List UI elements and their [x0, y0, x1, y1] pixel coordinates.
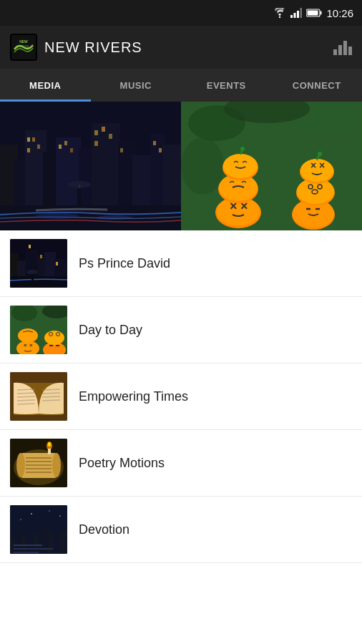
svg-point-114: [16, 453, 25, 477]
media-item-title-2: Day to Day: [79, 323, 142, 338]
svg-point-140: [59, 515, 61, 517]
svg-text:×: ×: [29, 342, 33, 348]
svg-point-48: [181, 137, 224, 195]
svg-rect-7: [321, 11, 322, 15]
svg-point-141: [20, 519, 21, 520]
list-item[interactable]: Poetry Motions: [0, 430, 362, 497]
svg-rect-85: [56, 262, 58, 265]
svg-rect-1: [290, 15, 293, 18]
time-display: 10:26: [326, 7, 353, 19]
svg-rect-4: [300, 8, 303, 18]
app-bar-left: NEW RIVERS NEW RIVERS: [10, 34, 142, 61]
signal-icon: [290, 8, 302, 18]
app-bar: NEW RIVERS NEW RIVERS: [0, 26, 362, 69]
svg-text:×: ×: [319, 160, 325, 171]
svg-text:NEW: NEW: [19, 39, 28, 44]
svg-rect-84: [40, 255, 42, 258]
thumbnail-3: [10, 372, 67, 421]
svg-rect-134: [10, 505, 67, 554]
tab-media[interactable]: MEDIA: [0, 69, 91, 102]
media-item-title-1: Ps Prince David: [79, 256, 170, 271]
svg-rect-80: [10, 276, 67, 288]
svg-rect-136: [14, 548, 53, 550]
hero-area: × ×: [0, 102, 362, 230]
svg-point-0: [279, 16, 280, 18]
status-bar: 10:26: [0, 0, 362, 26]
svg-point-139: [49, 510, 50, 512]
svg-point-58: [240, 147, 245, 151]
media-item-title-4: Poetry Motions: [79, 456, 165, 471]
svg-rect-83: [29, 245, 31, 248]
svg-text:RIVERS: RIVERS: [19, 44, 29, 48]
svg-point-122: [48, 442, 51, 447]
battery-icon: [306, 9, 322, 17]
svg-point-115: [52, 453, 61, 477]
svg-rect-6: [308, 11, 318, 16]
svg-rect-81: [31, 273, 34, 280]
nav-tabs: MEDIA MUSIC EVENTS CONNECT: [0, 69, 362, 102]
svg-rect-137: [14, 552, 39, 553]
svg-rect-2: [294, 13, 296, 18]
svg-text:×: ×: [24, 342, 27, 348]
list-item[interactable]: Empowering Times: [0, 364, 362, 430]
app-title: NEW RIVERS: [44, 39, 142, 56]
svg-point-72: [318, 152, 322, 156]
tab-events[interactable]: EVENTS: [181, 69, 272, 102]
tab-connect[interactable]: CONNECT: [272, 69, 363, 102]
svg-point-69: [300, 159, 333, 182]
list-item[interactable]: × × Day to Day: [0, 297, 362, 364]
media-item-title-5: Devotion: [79, 522, 129, 537]
svg-point-138: [31, 513, 32, 514]
thumbnail-1: [10, 239, 67, 288]
hero-left-image: [0, 102, 181, 230]
svg-rect-43: [0, 102, 181, 230]
tab-music[interactable]: MUSIC: [91, 69, 182, 102]
svg-rect-135: [14, 545, 42, 546]
svg-text:×: ×: [310, 160, 316, 171]
svg-rect-110: [10, 372, 67, 421]
media-list: Ps Prince David × ×: [0, 230, 362, 563]
svg-rect-3: [297, 11, 299, 18]
status-icons: 10:26: [273, 7, 353, 19]
svg-point-82: [26, 270, 38, 274]
list-item[interactable]: Devotion: [0, 497, 362, 563]
thumbnail-5: [10, 505, 67, 554]
thumbnail-2: × ×: [10, 306, 67, 354]
thumbnail-4: [10, 439, 67, 487]
list-item[interactable]: Ps Prince David: [0, 230, 362, 297]
wifi-icon: [273, 8, 286, 18]
media-item-title-3: Empowering Times: [79, 389, 188, 404]
svg-point-57: [223, 154, 258, 178]
bar-chart-icon[interactable]: [333, 39, 352, 55]
app-logo: NEW RIVERS: [10, 34, 37, 61]
logo-svg: NEW RIVERS: [11, 35, 36, 59]
svg-point-96: [44, 331, 64, 345]
svg-rect-123: [48, 449, 51, 454]
hero-right-image: × ×: [181, 102, 362, 230]
